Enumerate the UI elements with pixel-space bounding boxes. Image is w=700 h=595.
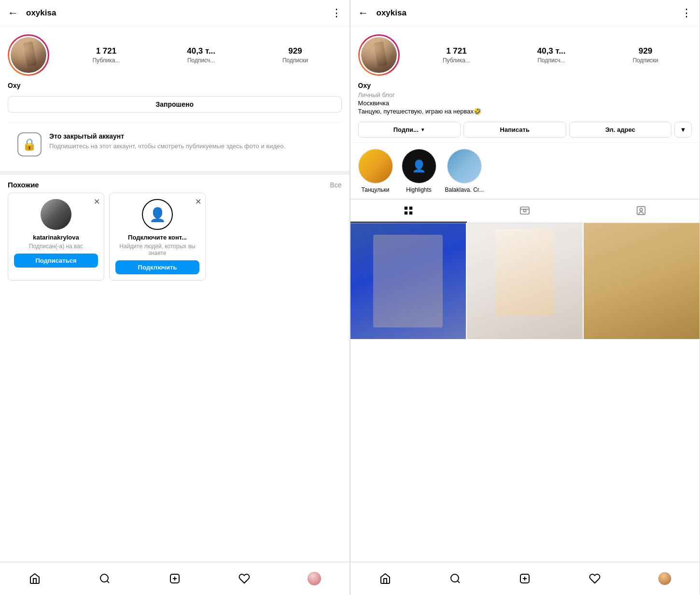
- more-icon-right[interactable]: ⋮: [681, 7, 692, 19]
- nav-heart-right[interactable]: [584, 568, 605, 589]
- highlight-circle-1: 👤: [402, 149, 436, 184]
- post-thumb-0[interactable]: [350, 223, 466, 339]
- post-img-2: [584, 223, 700, 339]
- post-flowers: [496, 229, 554, 316]
- nav-search-left[interactable]: [94, 568, 115, 589]
- stat-posts-right[interactable]: 1 721 Публика...: [443, 46, 470, 64]
- nav-avatar-right: [658, 572, 672, 585]
- right-header: ← oxykisa ⋮: [350, 0, 700, 27]
- profile-name-left: Оху: [8, 82, 342, 89]
- nav-avatar-img-right: [658, 572, 671, 585]
- avatar-inner-left: [9, 36, 48, 74]
- close-card-1[interactable]: ✕: [195, 197, 201, 206]
- left-username: oxykisa: [26, 8, 331, 18]
- nav-profile-right[interactable]: [654, 568, 675, 589]
- similar-cards: ✕ katarinakrylova Подписан(-а) на вас По…: [0, 193, 350, 288]
- tab-tagged[interactable]: [583, 199, 700, 223]
- stat-posts-left[interactable]: 1 721 Публика...: [92, 46, 120, 64]
- stat-followers-label-right: Подписч...: [537, 57, 565, 64]
- highlight-2[interactable]: Balaklava. Cr...: [445, 149, 484, 193]
- svg-point-14: [451, 574, 459, 582]
- dropdown-arrow-subscribe: ▼: [420, 127, 425, 132]
- connect-button-1[interactable]: Подключить: [115, 260, 199, 274]
- nav-add-right[interactable]: [514, 568, 535, 589]
- nav-heart-left[interactable]: [234, 568, 255, 589]
- stat-posts-number-right: 1 721: [446, 46, 467, 56]
- bio-line-1: Танцую, путешествую, играю на нервах🤣: [358, 108, 692, 115]
- card-avatar-1[interactable]: 👤: [142, 199, 173, 230]
- stat-followers-number-left: 40,3 т...: [187, 46, 215, 56]
- avatar-photo-left: [11, 37, 46, 73]
- highlight-1[interactable]: 👤 Highlights: [402, 149, 436, 193]
- more-options-button[interactable]: ▼: [674, 122, 692, 138]
- stats-right: 1 721 Публика... 40,3 т... Подписч... 92…: [409, 46, 692, 64]
- avatar-photo-right: [361, 37, 397, 73]
- card-avatar-bw-0: [41, 199, 71, 230]
- card-username-0: katarinakrylova: [33, 234, 79, 241]
- left-panel: ← oxykisa ⋮ 1 721 Публика... 40,3 т... П…: [0, 0, 350, 595]
- highlight-circle-0: [358, 149, 393, 184]
- stat-posts-number-left: 1 721: [96, 46, 117, 56]
- left-profile: 1 721 Публика... 40,3 т... Подписч... 92…: [0, 27, 350, 117]
- bio-line-0: Москвичка: [358, 99, 692, 107]
- nav-search-right[interactable]: [445, 568, 466, 589]
- stat-followers-left[interactable]: 40,3 т... Подписч...: [187, 46, 215, 64]
- post-person-0: [373, 235, 443, 327]
- stat-posts-label-right: Публика...: [443, 57, 470, 64]
- stat-following-number-right: 929: [639, 46, 652, 56]
- stat-following-label-left: Подписки: [282, 57, 308, 64]
- tab-reels[interactable]: [467, 199, 583, 223]
- email-button[interactable]: Эл. адрес: [569, 122, 672, 138]
- back-icon[interactable]: ←: [8, 7, 18, 19]
- highlight-circle-2: [447, 149, 482, 184]
- post-thumb-1[interactable]: [467, 223, 583, 339]
- tab-grid[interactable]: [350, 199, 467, 223]
- left-header: ← oxykisa ⋮: [0, 0, 350, 27]
- similar-all[interactable]: Все: [330, 181, 341, 189]
- svg-rect-7: [405, 212, 407, 214]
- subscribe-label: Подпи...: [393, 126, 419, 133]
- lock-desc: Подпишитесь на этот аккаунт, чтобы смотр…: [49, 142, 285, 151]
- nav-add-left[interactable]: [164, 568, 185, 589]
- stat-following-right[interactable]: 929 Подписки: [632, 46, 658, 64]
- svg-rect-6: [409, 207, 412, 210]
- card-username-1: Подключите конт...: [128, 234, 187, 241]
- similar-card-1: ✕ 👤 Подключите конт... Найдите людей, ко…: [109, 193, 206, 281]
- more-icon-left[interactable]: ⋮: [331, 7, 342, 19]
- profile-top-right: 1 721 Публика... 40,3 т... Подписч... 92…: [358, 34, 692, 76]
- card-sub-1: Найдите людей, которых вы знаете: [115, 243, 199, 256]
- profile-category: Личный блог: [358, 91, 692, 99]
- stat-followers-right[interactable]: 40,3 т... Подписч...: [537, 46, 566, 64]
- stat-following-label-right: Подписки: [632, 57, 658, 64]
- follow-button-0[interactable]: Подписаться: [14, 254, 98, 268]
- avatar-wrapper-right[interactable]: [358, 34, 400, 76]
- nav-home-left[interactable]: [24, 568, 45, 589]
- similar-header: Похожие Все: [0, 171, 350, 193]
- subscribe-button[interactable]: Подпи... ▼: [358, 122, 461, 138]
- highlight-0[interactable]: Танцульки: [358, 149, 393, 193]
- post-thumb-2[interactable]: [584, 223, 700, 339]
- highlight-label-1: Highlights: [406, 186, 432, 193]
- stat-followers-number-right: 40,3 т...: [537, 46, 566, 56]
- card-avatar-0[interactable]: [41, 199, 71, 230]
- profile-name-right: Оху: [358, 82, 692, 89]
- svg-point-13: [640, 208, 643, 211]
- close-card-0[interactable]: ✕: [94, 197, 100, 206]
- highlight-img-1: 👤: [402, 149, 436, 183]
- posts-grid: [350, 223, 700, 562]
- right-username: oxykisa: [377, 8, 682, 18]
- message-button[interactable]: Написать: [463, 122, 566, 138]
- back-icon-right[interactable]: ←: [358, 7, 369, 19]
- action-buttons: Подпи... ▼ Написать Эл. адрес ▼: [358, 122, 692, 138]
- nav-home-right[interactable]: [375, 568, 396, 589]
- stat-following-number-left: 929: [288, 46, 302, 56]
- highlight-label-2: Balaklava. Cr...: [445, 186, 484, 193]
- stats-left: 1 721 Публика... 40,3 т... Подписч... 92…: [59, 46, 342, 64]
- avatar-wrapper-left[interactable]: [8, 34, 49, 76]
- requested-button[interactable]: Запрошено: [8, 96, 342, 113]
- profile-top-left: 1 721 Публика... 40,3 т... Подписч... 92…: [8, 34, 342, 76]
- card-sub-0: Подписан(-а) на вас: [29, 243, 83, 250]
- nav-profile-left[interactable]: [304, 568, 325, 589]
- stat-following-left[interactable]: 929 Подписки: [282, 46, 308, 64]
- right-profile: 1 721 Публика... 40,3 т... Подписч... 92…: [350, 27, 700, 142]
